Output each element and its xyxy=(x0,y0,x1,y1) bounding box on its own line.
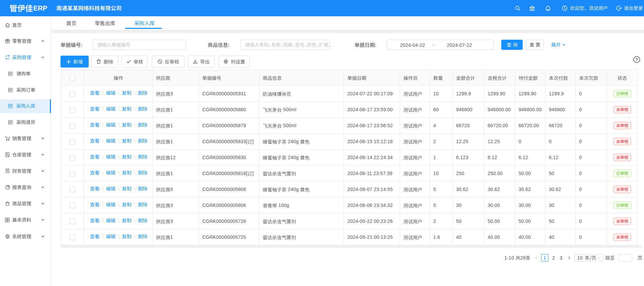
svg-text:?: ? xyxy=(636,57,638,62)
